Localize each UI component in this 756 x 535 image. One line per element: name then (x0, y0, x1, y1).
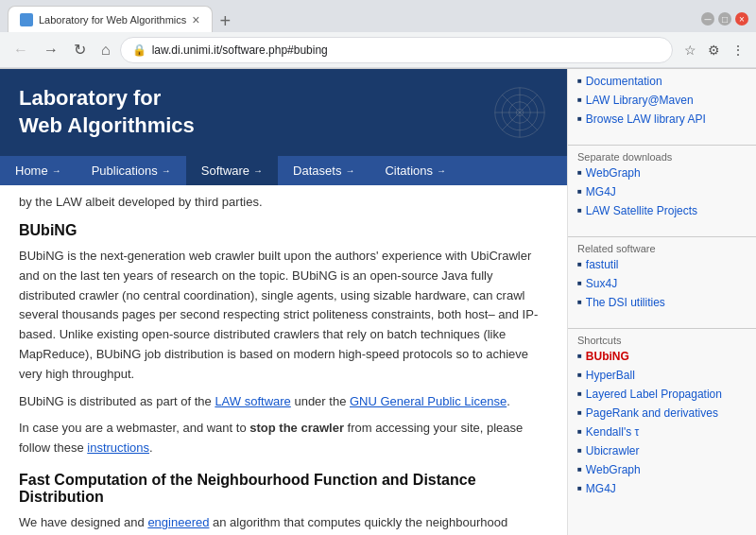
tab-favicon (20, 13, 33, 26)
law-software-link[interactable]: LAW software (215, 394, 290, 408)
refresh-button[interactable]: ↻ (68, 37, 92, 62)
sidebar-api-link-item: Browse LAW library API (577, 112, 747, 129)
api-link[interactable]: Browse LAW library API (586, 112, 706, 126)
spider-web-icon (491, 84, 548, 141)
shortcut-ubicrawler-link[interactable]: Ubicrawler (586, 444, 640, 457)
shortcut-webgraph-link[interactable]: WebGraph (586, 463, 641, 476)
fastutil-link[interactable]: fastutil (586, 258, 619, 271)
nav-software[interactable]: Software → (186, 156, 278, 185)
sidebar-shortcut-hyperball: HyperBall (577, 369, 747, 385)
bubing-title: BUbiNG (19, 222, 548, 239)
nav-datasets[interactable]: Datasets → (278, 156, 369, 185)
title-bar: Laboratory for Web Algorithmics × + ─ □ … (0, 0, 756, 32)
sidebar-fastutil-item: fastutil (577, 258, 747, 274)
menu-button[interactable]: ⋮ (728, 39, 748, 61)
gnu-license-link[interactable]: GNU General Public License (350, 394, 507, 408)
close-button[interactable]: × (735, 12, 748, 26)
sidebar-doc-section: Documentation LAW Library@Maven Browse L… (568, 69, 756, 137)
fast-paragraph-1: We have designed and engineered an algor… (19, 513, 548, 535)
forward-button[interactable]: → (38, 38, 64, 62)
tab-close-button[interactable]: × (192, 13, 199, 26)
sidebar-maven-link-item: LAW Library@Maven (577, 94, 747, 110)
sidebar-sux4j-item: Sux4J (577, 277, 747, 293)
shortcut-llp-link[interactable]: Layered Label Propagation (586, 388, 722, 401)
sidebar-shortcut-webgraph: WebGraph (577, 463, 747, 479)
shortcut-bubing-link[interactable]: BUbiNG (586, 350, 629, 363)
dsi-link[interactable]: The DSI utilities (586, 296, 665, 309)
fast-computation-title: Fast Computation of the Neighbourhood Fu… (19, 472, 548, 506)
lock-icon: 🔒 (132, 43, 146, 57)
sidebar-dsi-item: The DSI utilities (577, 296, 747, 312)
bubing-paragraph-3: In case you are a webmaster, and want to… (19, 419, 548, 458)
back-button[interactable]: ← (8, 38, 34, 62)
content-intro: by the LAW albeit developed by third par… (19, 195, 548, 209)
url-text: law.di.unimi.it/software.php#bubing (152, 43, 661, 57)
active-tab[interactable]: Laboratory for Web Algorithmics × (8, 6, 213, 32)
content-body: by the LAW albeit developed by third par… (0, 185, 567, 535)
sidebar-shortcut-kendall: Kendall's τ (577, 425, 747, 441)
sidebar-shortcut-bubing: BUbiNG (577, 350, 747, 366)
instructions-link[interactable]: instructions (87, 440, 149, 455)
shortcut-mg4j-link[interactable]: MG4J (586, 482, 616, 495)
documentation-link[interactable]: Documentation (586, 75, 662, 88)
shortcut-pagerank-link[interactable]: PageRank and derivatives (586, 406, 718, 420)
nav-home[interactable]: Home → (0, 156, 77, 185)
tab-area: Laboratory for Web Algorithmics × + (8, 6, 234, 32)
sidebar-separate-downloads: Separate downloads WebGraph MG4J LAW Sat… (568, 145, 756, 229)
webgraph-download-link[interactable]: WebGraph (586, 166, 641, 180)
satellite-download-link[interactable]: LAW Satellite Projects (586, 204, 697, 217)
tab-title: Laboratory for Web Algorithmics (39, 14, 186, 26)
site-nav: Home → Publications → Software → Dataset… (0, 156, 567, 185)
nav-publications[interactable]: Publications → (77, 156, 186, 185)
bookmarks-button[interactable]: ☆ (680, 39, 700, 61)
page-container: Laboratory for Web Algorithmics Home → P… (0, 69, 756, 535)
sidebar-shortcut-ubicrawler: Ubicrawler (577, 444, 747, 460)
browser-chrome: Laboratory for Web Algorithmics × + ─ □ … (0, 0, 756, 69)
bubing-paragraph-1: BUbiNG is the next-generation web crawle… (19, 247, 548, 385)
engineered-link[interactable]: engineered (147, 515, 209, 529)
home-button[interactable]: ⌂ (95, 38, 116, 62)
related-software-title: Related software (577, 243, 747, 254)
main-content: Laboratory for Web Algorithmics Home → P… (0, 69, 567, 535)
sidebar-webgraph-item: WebGraph (577, 166, 747, 182)
site-title: Laboratory for Web Algorithmics (19, 85, 195, 139)
maximize-button[interactable]: □ (718, 12, 731, 26)
window-controls: ─ □ × (701, 12, 748, 26)
sidebar-shortcut-mg4j: MG4J (577, 482, 747, 498)
new-tab-button[interactable]: + (216, 10, 235, 32)
sidebar-related-software: Related software fastutil Sux4J The DSI … (568, 236, 756, 320)
toolbar-icons: ☆ ⚙ ⋮ (680, 39, 748, 61)
sidebar-doc-link-item: Documentation (577, 75, 747, 91)
shortcut-hyperball-link[interactable]: HyperBall (586, 369, 635, 382)
toolbar: ← → ↻ ⌂ 🔒 law.di.unimi.it/software.php#b… (0, 32, 756, 68)
shortcuts-title: Shortcuts (577, 335, 747, 346)
extensions-button[interactable]: ⚙ (704, 39, 724, 61)
sidebar-satellite-item: LAW Satellite Projects (577, 204, 747, 220)
sidebar-shortcuts: Shortcuts BUbiNG HyperBall Layered Label… (568, 328, 756, 507)
bubing-paragraph-2: BUbiNG is distributed as part of the LAW… (19, 392, 548, 412)
sidebar-mg4j-item: MG4J (577, 185, 747, 201)
minimize-button[interactable]: ─ (701, 12, 714, 26)
sux4j-link[interactable]: Sux4J (586, 277, 617, 290)
address-bar[interactable]: 🔒 law.di.unimi.it/software.php#bubing (120, 37, 673, 63)
site-header: Laboratory for Web Algorithmics (0, 69, 567, 156)
separate-downloads-title: Separate downloads (577, 151, 747, 163)
sidebar-shortcut-pagerank: PageRank and derivatives (577, 406, 747, 423)
maven-link[interactable]: LAW Library@Maven (586, 94, 694, 107)
nav-citations[interactable]: Citations → (369, 156, 461, 185)
shortcut-kendall-link[interactable]: Kendall's τ (586, 425, 639, 439)
sidebar: Documentation LAW Library@Maven Browse L… (567, 69, 756, 535)
sidebar-shortcut-llp: Layered Label Propagation (577, 388, 747, 404)
mg4j-download-link[interactable]: MG4J (586, 185, 616, 198)
